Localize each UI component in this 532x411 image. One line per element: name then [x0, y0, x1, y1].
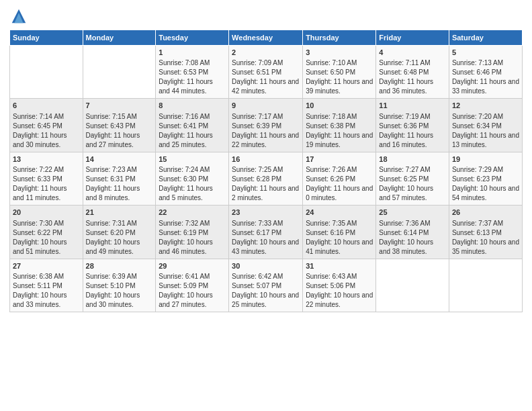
cell-info: Sunrise: 7:14 AM — [13, 112, 80, 122]
cell-info: Sunset: 6:41 PM — [159, 122, 226, 131]
calendar-week-4: 20Sunrise: 7:30 AMSunset: 6:22 PMDayligh… — [10, 205, 523, 259]
calendar-cell: 28Sunrise: 6:39 AMSunset: 5:10 PMDayligh… — [83, 259, 156, 312]
cell-info: Sunset: 6:26 PM — [306, 175, 373, 184]
cell-info: Sunset: 6:48 PM — [379, 68, 446, 77]
header-thursday: Thursday — [303, 30, 376, 46]
cell-info: Sunrise: 7:32 AM — [159, 219, 226, 228]
header-wednesday: Wednesday — [229, 30, 303, 46]
page: SundayMondayTuesdayWednesdayThursdayFrid… — [0, 0, 532, 411]
cell-info: Sunset: 6:33 PM — [13, 175, 80, 184]
cell-info: Sunrise: 7:22 AM — [13, 165, 80, 175]
cell-info: Sunrise: 7:26 AM — [306, 165, 373, 175]
calendar-cell: 11Sunrise: 7:19 AMSunset: 6:36 PMDayligh… — [376, 99, 449, 152]
day-number: 26 — [452, 208, 519, 218]
cell-info: Daylight: 10 hours and 22 minutes. — [306, 291, 373, 310]
calendar-cell: 26Sunrise: 7:37 AMSunset: 6:13 PMDayligh… — [449, 205, 522, 259]
header-tuesday: Tuesday — [156, 30, 229, 46]
cell-info: Daylight: 11 hours and 36 minutes. — [379, 77, 446, 96]
cell-info: Daylight: 11 hours and 11 minutes. — [13, 184, 80, 203]
cell-info: Sunrise: 7:13 AM — [452, 58, 519, 68]
calendar-cell: 27Sunrise: 6:38 AMSunset: 5:11 PMDayligh… — [10, 259, 83, 312]
cell-info: Sunrise: 7:25 AM — [232, 165, 300, 175]
cell-info: Sunrise: 6:43 AM — [306, 272, 373, 281]
calendar-cell: 1Sunrise: 7:08 AMSunset: 6:53 PMDaylight… — [156, 46, 229, 99]
calendar-week-2: 6Sunrise: 7:14 AMSunset: 6:45 PMDaylight… — [10, 99, 523, 152]
day-number: 23 — [232, 208, 300, 218]
day-number: 1 — [159, 48, 226, 58]
calendar-cell: 22Sunrise: 7:32 AMSunset: 6:19 PMDayligh… — [156, 205, 229, 259]
day-number: 14 — [86, 154, 153, 165]
day-number: 25 — [379, 208, 446, 218]
day-number: 8 — [159, 101, 226, 111]
cell-info: Sunset: 6:43 PM — [86, 122, 153, 131]
calendar-cell: 7Sunrise: 7:15 AMSunset: 6:43 PMDaylight… — [83, 99, 156, 152]
cell-info: Sunset: 5:09 PM — [159, 281, 226, 291]
cell-info: Daylight: 11 hours and 44 minutes. — [159, 77, 226, 96]
cell-info: Daylight: 11 hours and 8 minutes. — [86, 184, 153, 203]
cell-info: Sunset: 6:34 PM — [452, 122, 519, 131]
cell-info: Daylight: 10 hours and 25 minutes. — [232, 291, 300, 310]
cell-info: Daylight: 11 hours and 19 minutes. — [306, 131, 373, 150]
day-number: 2 — [232, 48, 300, 58]
cell-info: Daylight: 10 hours and 46 minutes. — [159, 238, 226, 257]
header-monday: Monday — [83, 30, 156, 46]
calendar-cell: 5Sunrise: 7:13 AMSunset: 6:46 PMDaylight… — [449, 46, 522, 99]
calendar-cell: 12Sunrise: 7:20 AMSunset: 6:34 PMDayligh… — [449, 99, 522, 152]
cell-info: Sunset: 5:10 PM — [86, 281, 153, 291]
day-number: 19 — [452, 154, 519, 165]
day-number: 6 — [13, 101, 80, 111]
header-friday: Friday — [376, 30, 449, 46]
cell-info: Sunrise: 7:29 AM — [452, 165, 519, 175]
day-number: 11 — [379, 101, 446, 111]
cell-info: Daylight: 10 hours and 33 minutes. — [13, 291, 80, 310]
cell-info: Daylight: 11 hours and 22 minutes. — [232, 131, 300, 150]
cell-info: Daylight: 10 hours and 51 minutes. — [13, 238, 80, 257]
cell-info: Sunset: 6:53 PM — [159, 68, 226, 77]
calendar-week-1: 1Sunrise: 7:08 AMSunset: 6:53 PMDaylight… — [10, 46, 523, 99]
day-number: 3 — [306, 48, 373, 58]
cell-info: Sunset: 6:23 PM — [452, 175, 519, 184]
cell-info: Sunset: 6:45 PM — [13, 122, 80, 131]
header-saturday: Saturday — [449, 30, 522, 46]
calendar-week-5: 27Sunrise: 6:38 AMSunset: 5:11 PMDayligh… — [10, 259, 523, 312]
cell-info: Sunset: 6:38 PM — [306, 122, 373, 131]
cell-info: Sunset: 6:28 PM — [232, 175, 300, 184]
cell-info: Sunrise: 7:36 AM — [379, 219, 446, 228]
cell-info: Sunrise: 6:38 AM — [13, 272, 80, 281]
cell-info: Sunrise: 7:18 AM — [306, 112, 373, 122]
header-sunday: Sunday — [10, 30, 83, 46]
cell-info: Daylight: 10 hours and 54 minutes. — [452, 184, 519, 203]
calendar-cell: 8Sunrise: 7:16 AMSunset: 6:41 PMDaylight… — [156, 99, 229, 152]
cell-info: Sunset: 5:06 PM — [306, 281, 373, 291]
cell-info: Daylight: 10 hours and 57 minutes. — [379, 184, 446, 203]
cell-info: Sunrise: 6:42 AM — [232, 272, 300, 281]
cell-info: Daylight: 11 hours and 39 minutes. — [306, 77, 373, 96]
calendar-cell — [10, 46, 83, 99]
cell-info: Sunrise: 7:19 AM — [379, 112, 446, 122]
calendar-cell: 4Sunrise: 7:11 AMSunset: 6:48 PMDaylight… — [376, 46, 449, 99]
day-number: 12 — [452, 101, 519, 111]
cell-info: Sunset: 6:50 PM — [306, 68, 373, 77]
cell-info: Daylight: 10 hours and 35 minutes. — [452, 238, 519, 257]
cell-info: Sunset: 5:11 PM — [13, 281, 80, 291]
cell-info: Daylight: 11 hours and 27 minutes. — [86, 131, 153, 150]
cell-info: Sunrise: 7:23 AM — [86, 165, 153, 175]
day-number: 9 — [232, 101, 300, 111]
cell-info: Daylight: 11 hours and 2 minutes. — [232, 184, 300, 203]
cell-info: Sunrise: 7:11 AM — [379, 58, 446, 68]
day-number: 15 — [159, 154, 226, 165]
cell-info: Daylight: 11 hours and 16 minutes. — [379, 131, 446, 150]
day-number: 31 — [306, 261, 373, 271]
day-number: 4 — [379, 48, 446, 58]
cell-info: Sunset: 6:36 PM — [379, 122, 446, 131]
calendar-cell: 9Sunrise: 7:17 AMSunset: 6:39 PMDaylight… — [229, 99, 303, 152]
calendar-cell: 29Sunrise: 6:41 AMSunset: 5:09 PMDayligh… — [156, 259, 229, 312]
cell-info: Sunset: 6:30 PM — [159, 175, 226, 184]
calendar-cell: 17Sunrise: 7:26 AMSunset: 6:26 PMDayligh… — [303, 152, 376, 205]
calendar-cell: 21Sunrise: 7:31 AMSunset: 6:20 PMDayligh… — [83, 205, 156, 259]
calendar-cell: 3Sunrise: 7:10 AMSunset: 6:50 PMDaylight… — [303, 46, 376, 99]
day-number: 30 — [232, 261, 300, 271]
day-number: 7 — [86, 101, 153, 111]
cell-info: Sunset: 6:51 PM — [232, 68, 300, 77]
cell-info: Sunset: 6:46 PM — [452, 68, 519, 77]
